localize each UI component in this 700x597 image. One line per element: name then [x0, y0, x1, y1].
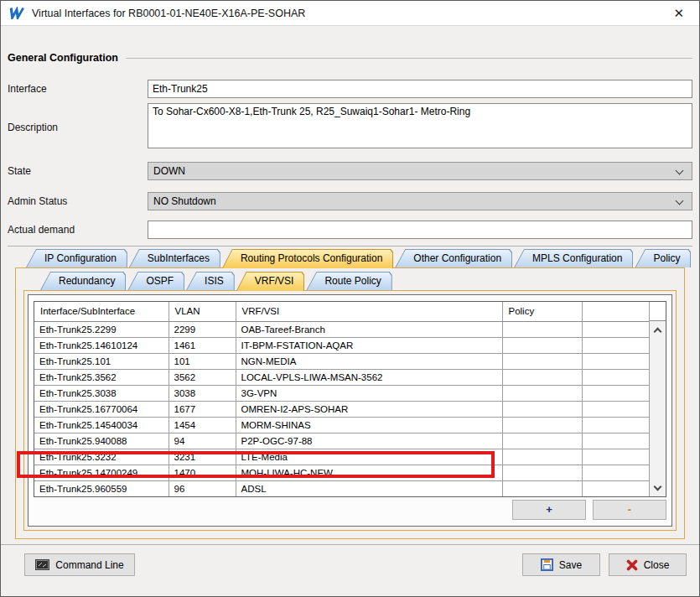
chevron-down-icon	[654, 482, 662, 491]
tab-ospf[interactable]: OSPF	[127, 272, 184, 290]
interface-input[interactable]	[148, 80, 692, 98]
window-close-button[interactable]: ✕	[666, 2, 691, 25]
group-heading: General Configuration	[8, 52, 118, 64]
tab-route-policy[interactable]: Route Policy	[306, 272, 391, 290]
state-row: State DOWN	[8, 162, 692, 180]
table-row[interactable]: Eth-Trunk25.101101NGN-MEDIA	[34, 353, 649, 369]
app-logo-icon	[9, 7, 26, 20]
footer-bar: Command Line Save Close	[1, 545, 699, 576]
interface-row: Interface	[8, 80, 692, 98]
chevron-down-icon	[676, 197, 684, 205]
secondary-tab-bar: Redundancy OSPF ISIS VRF/VSI Route Polic…	[40, 272, 677, 290]
table-row[interactable]: Eth-Trunk25.303830383G-VPN	[34, 385, 649, 401]
virtual-interfaces-dialog: Virtual Interfaces for RB0001-01-NE40E-X…	[0, 0, 700, 597]
actual-demand-label: Actual demand	[8, 224, 148, 236]
col-interface-subinterface[interactable]: Interface/SubInterface	[34, 302, 169, 321]
subinterface-table: Interface/SubInterface VLAN VRF/VSI Poli…	[34, 301, 666, 497]
scroll-up-button[interactable]	[650, 321, 666, 338]
close-button[interactable]: Close	[609, 553, 687, 576]
state-dropdown[interactable]: DOWN	[148, 162, 692, 180]
command-line-button[interactable]: Command Line	[24, 553, 135, 576]
tab-other-configuration[interactable]: Other Configuration	[395, 249, 512, 267]
admin-status-value: NO Shutdown	[153, 195, 216, 207]
interface-label: Interface	[8, 83, 148, 95]
table-row[interactable]: Eth-Trunk25.147002491470MOH-LIWA-HC-NEW	[34, 465, 649, 480]
vrf-vsi-panel: Interface/SubInterface VLAN VRF/VSI Poli…	[23, 290, 677, 531]
col-vrf-vsi[interactable]: VRF/VSI	[236, 302, 502, 321]
scrollbar-header-spacer	[650, 302, 666, 321]
heading-rule	[126, 58, 692, 59]
tab-mpls-configuration[interactable]: MPLS Configuration	[514, 249, 633, 267]
primary-tab-bar: IP Configuration SubInterfaces Routing P…	[26, 249, 692, 267]
table-row[interactable]: Eth-Trunk25.167700641677OMREN-I2-APS-SOH…	[34, 401, 649, 417]
table-row[interactable]: Eth-Trunk25.94008894P2P-OGC-97-88	[34, 433, 649, 449]
window-title: Virtual Interfaces for RB0001-01-NE40E-X…	[32, 8, 666, 19]
scroll-down-button[interactable]	[650, 480, 666, 496]
tab-vrf-vsi[interactable]: VRF/VSI	[236, 272, 305, 291]
tab-routing-protocols-configuration[interactable]: Routing Protocols Configuration	[222, 249, 393, 268]
dialog-body: General Configuration Interface Descript…	[1, 52, 699, 539]
console-icon	[35, 559, 49, 570]
table-row[interactable]: Eth-Trunk25.145400341454MORM-SHINAS	[34, 417, 649, 433]
vrf-vsi-content: Interface/SubInterface VLAN VRF/VSI Poli…	[28, 294, 672, 527]
col-policy[interactable]: Policy	[502, 302, 582, 321]
chevron-down-icon	[676, 167, 684, 175]
tab-isis[interactable]: ISIS	[186, 272, 235, 290]
scrollbar-track[interactable]	[650, 338, 666, 480]
admin-status-row: Admin Status NO Shutdown	[8, 192, 692, 210]
actual-demand-row: Actual demand	[8, 221, 692, 239]
row-actions: + -	[34, 500, 666, 520]
add-row-button[interactable]: +	[512, 500, 586, 520]
table-row[interactable]: Eth-Trunk25.146101241461IT-BPM-FSTATION-…	[34, 337, 649, 353]
save-button[interactable]: Save	[522, 553, 600, 576]
chevron-up-icon	[654, 327, 662, 335]
actual-demand-input[interactable]	[148, 221, 692, 239]
description-input[interactable]: To Sohar-Cx600-X8-1,Eth-Trunk 25, R25_Su…	[148, 103, 692, 148]
tab-redundancy[interactable]: Redundancy	[40, 272, 126, 290]
state-value: DOWN	[153, 165, 185, 177]
routing-protocols-panel: Redundancy OSPF ISIS VRF/VSI Route Polic…	[15, 267, 685, 539]
description-row: Description To Sohar-Cx600-X8-1,Eth-Trun…	[8, 103, 692, 152]
table-row[interactable]: Eth-Trunk25.96055996ADSL	[34, 480, 649, 496]
tab-subinterfaces[interactable]: SubInterfaces	[129, 249, 220, 267]
table-row[interactable]: Eth-Trunk25.35623562LOCAL-VPLS-LIWA-MSAN…	[34, 369, 649, 385]
admin-status-dropdown[interactable]: NO Shutdown	[148, 192, 692, 210]
state-label: State	[8, 165, 148, 177]
vertical-scrollbar[interactable]	[649, 302, 666, 496]
remove-row-button[interactable]: -	[593, 500, 666, 520]
title-bar: Virtual Interfaces for RB0001-01-NE40E-X…	[1, 1, 699, 26]
save-icon	[541, 558, 553, 571]
col-spare	[582, 302, 649, 321]
table-row-highlighted[interactable]: Eth-Trunk25.32323231LTE-Media	[34, 449, 649, 465]
admin-status-label: Admin Status	[8, 195, 148, 207]
table-header-row: Interface/SubInterface VLAN VRF/VSI Poli…	[34, 302, 649, 321]
general-configuration-header: General Configuration	[8, 52, 692, 64]
tab-policy[interactable]: Policy	[635, 249, 691, 267]
close-red-x-icon	[626, 559, 638, 571]
table-row[interactable]: Eth-Trunk25.22992299OAB-Tareef-Branch	[34, 321, 649, 337]
col-vlan[interactable]: VLAN	[169, 302, 236, 321]
section-divider	[8, 246, 692, 247]
tab-ip-configuration[interactable]: IP Configuration	[26, 249, 127, 267]
description-label: Description	[8, 122, 148, 133]
